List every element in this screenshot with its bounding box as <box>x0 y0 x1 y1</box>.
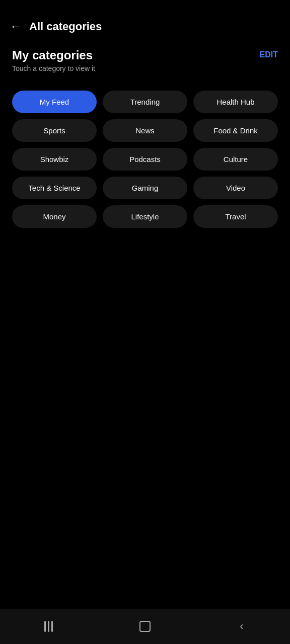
categories-grid: My FeedTrendingHealth HubSportsNewsFood … <box>12 91 278 228</box>
section-header-left: My categories Touch a category to view i… <box>12 48 95 80</box>
recent-icon <box>44 621 53 632</box>
category-chip-video[interactable]: Video <box>193 177 278 199</box>
category-chip-culture[interactable]: Culture <box>193 148 278 171</box>
category-chip-lifestyle[interactable]: Lifestyle <box>103 205 187 228</box>
home-nav-button[interactable] <box>130 616 160 636</box>
category-chip-trending[interactable]: Trending <box>103 91 187 113</box>
header: ← All categories <box>0 0 290 43</box>
home-icon <box>139 621 151 632</box>
category-chip-podcasts[interactable]: Podcasts <box>103 148 187 171</box>
page-title: All categories <box>29 20 102 33</box>
category-chip-news[interactable]: News <box>103 119 187 142</box>
category-chip-my-feed[interactable]: My Feed <box>12 91 97 113</box>
back-nav-button[interactable]: ‹ <box>227 616 257 636</box>
back-nav-icon: ‹ <box>240 620 243 633</box>
category-chip-food-drink[interactable]: Food & Drink <box>193 119 278 142</box>
section-title: My categories <box>12 48 95 62</box>
bottom-nav: ‹ <box>0 609 290 644</box>
category-chip-gaming[interactable]: Gaming <box>103 177 187 199</box>
category-chip-travel[interactable]: Travel <box>193 205 278 228</box>
section-subtitle: Touch a category to view it <box>12 64 95 72</box>
category-chip-showbiz[interactable]: Showbiz <box>12 148 97 171</box>
category-chip-sports[interactable]: Sports <box>12 119 97 142</box>
category-chip-health-hub[interactable]: Health Hub <box>193 91 278 113</box>
section-header: My categories Touch a category to view i… <box>12 48 278 80</box>
recent-nav-button[interactable] <box>33 616 63 636</box>
main-content: My categories Touch a category to view i… <box>0 43 290 238</box>
back-button[interactable]: ← <box>10 20 21 33</box>
category-chip-money[interactable]: Money <box>12 205 97 228</box>
edit-button[interactable]: EDIT <box>260 48 278 59</box>
category-chip-tech-science[interactable]: Tech & Science <box>12 177 97 199</box>
